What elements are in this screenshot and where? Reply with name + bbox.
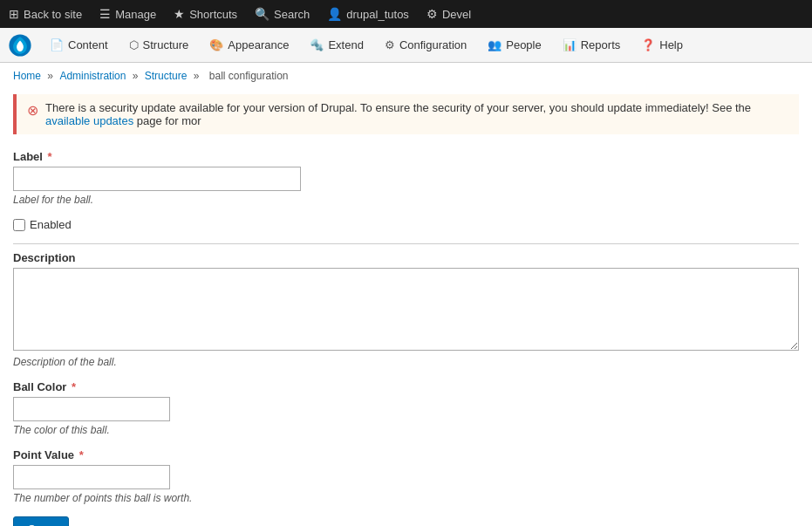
nav-people-label: People bbox=[506, 38, 541, 51]
point-value-description: The number of points this ball is worth. bbox=[13, 492, 799, 504]
security-warning: ⊗ There is a security update available f… bbox=[13, 94, 799, 134]
ball-color-description: The color of this ball. bbox=[13, 424, 799, 436]
nav-content-label: Content bbox=[68, 38, 108, 51]
ball-color-field-group: Ball Color * The color of this ball. bbox=[13, 380, 799, 436]
warning-icon: ⊗ bbox=[27, 102, 38, 119]
content-icon: 📄 bbox=[50, 38, 64, 51]
description-field-description: Description of the ball. bbox=[13, 356, 799, 368]
breadcrumb-administration[interactable]: Administration bbox=[59, 70, 126, 82]
star-icon: ★ bbox=[174, 7, 185, 21]
available-updates-link[interactable]: available updates bbox=[45, 114, 133, 127]
user-icon: 👤 bbox=[327, 7, 342, 21]
people-icon: 👥 bbox=[488, 38, 502, 51]
back-to-site-label: Back to site bbox=[24, 8, 82, 21]
appearance-icon: 🎨 bbox=[209, 38, 223, 51]
description-field-group: Description Description of the ball. bbox=[13, 243, 799, 368]
point-value-field-group: Point Value * The number of points this … bbox=[13, 448, 799, 504]
label-required-marker: * bbox=[48, 150, 52, 163]
ball-color-input[interactable] bbox=[13, 397, 170, 421]
main-content: Label * Label for the ball. Enabled Desc… bbox=[0, 141, 812, 526]
menu-icon: ☰ bbox=[99, 7, 111, 21]
enabled-label: Enabled bbox=[30, 218, 72, 231]
save-button[interactable]: Save bbox=[13, 516, 69, 526]
nav-configuration[interactable]: ⚙ Configuration bbox=[374, 28, 477, 63]
reports-icon: 📊 bbox=[563, 38, 577, 51]
user-label: drupal_tutos bbox=[346, 8, 409, 21]
breadcrumb-structure[interactable]: Structure bbox=[145, 70, 188, 82]
home-icon: ⊞ bbox=[9, 7, 19, 21]
breadcrumb: Home » Administration » Structure » ball… bbox=[0, 63, 812, 87]
warning-text: There is a security update available for… bbox=[45, 101, 788, 127]
nav-reports[interactable]: 📊 Reports bbox=[552, 28, 631, 63]
help-icon: ❓ bbox=[641, 38, 655, 51]
shortcuts-button[interactable]: ★ Shortcuts bbox=[165, 0, 246, 28]
enabled-field-group: Enabled bbox=[13, 218, 799, 231]
nav-structure[interactable]: ⬡ Structure bbox=[119, 28, 200, 63]
label-input[interactable] bbox=[13, 167, 301, 191]
configuration-icon: ⚙ bbox=[385, 38, 395, 51]
nav-structure-label: Structure bbox=[143, 38, 189, 51]
gear-icon: ⚙ bbox=[426, 7, 438, 21]
back-to-site-button[interactable]: ⊞ Back to site bbox=[0, 0, 91, 28]
nav-help-label: Help bbox=[659, 38, 683, 51]
nav-appearance-label: Appearance bbox=[228, 38, 289, 51]
label-field-label: Label * bbox=[13, 150, 799, 163]
nav-people[interactable]: 👥 People bbox=[477, 28, 551, 63]
manage-button[interactable]: ☰ Manage bbox=[91, 0, 165, 28]
ball-color-required-marker: * bbox=[72, 380, 76, 393]
ball-color-label: Ball Color * bbox=[13, 380, 799, 393]
secondary-nav: 📄 Content ⬡ Structure 🎨 Appearance 🔩 Ext… bbox=[0, 28, 812, 63]
devel-label: Devel bbox=[442, 8, 471, 21]
structure-icon: ⬡ bbox=[129, 38, 139, 51]
devel-button[interactable]: ⚙ Devel bbox=[418, 0, 480, 28]
manage-label: Manage bbox=[115, 8, 156, 21]
description-textarea[interactable] bbox=[13, 268, 799, 351]
label-field-group: Label * Label for the ball. bbox=[13, 150, 799, 206]
shortcuts-label: Shortcuts bbox=[189, 8, 237, 21]
drupal-logo[interactable] bbox=[4, 30, 36, 61]
search-label: Search bbox=[274, 8, 310, 21]
admin-toolbar: ⊞ Back to site ☰ Manage ★ Shortcuts 🔍 Se… bbox=[0, 0, 812, 28]
search-button[interactable]: 🔍 Search bbox=[246, 0, 318, 28]
save-button-group: Save bbox=[13, 516, 799, 526]
point-value-input[interactable] bbox=[13, 465, 170, 489]
extend-icon: 🔩 bbox=[310, 38, 324, 51]
description-label: Description bbox=[13, 251, 799, 264]
nav-reports-label: Reports bbox=[581, 38, 621, 51]
point-value-label: Point Value * bbox=[13, 448, 799, 461]
nav-content[interactable]: 📄 Content bbox=[39, 28, 119, 63]
nav-extend-label: Extend bbox=[328, 38, 363, 51]
breadcrumb-home[interactable]: Home bbox=[13, 70, 41, 82]
search-icon: 🔍 bbox=[255, 7, 270, 21]
point-value-required-marker: * bbox=[79, 448, 84, 461]
user-button[interactable]: 👤 drupal_tutos bbox=[318, 0, 418, 28]
nav-appearance[interactable]: 🎨 Appearance bbox=[199, 28, 299, 63]
nav-help[interactable]: ❓ Help bbox=[631, 28, 693, 63]
label-description: Label for the ball. bbox=[13, 194, 799, 206]
nav-extend[interactable]: 🔩 Extend bbox=[299, 28, 373, 63]
breadcrumb-current: ball configuration bbox=[209, 70, 289, 82]
nav-configuration-label: Configuration bbox=[399, 38, 467, 51]
enabled-checkbox[interactable] bbox=[13, 219, 25, 231]
